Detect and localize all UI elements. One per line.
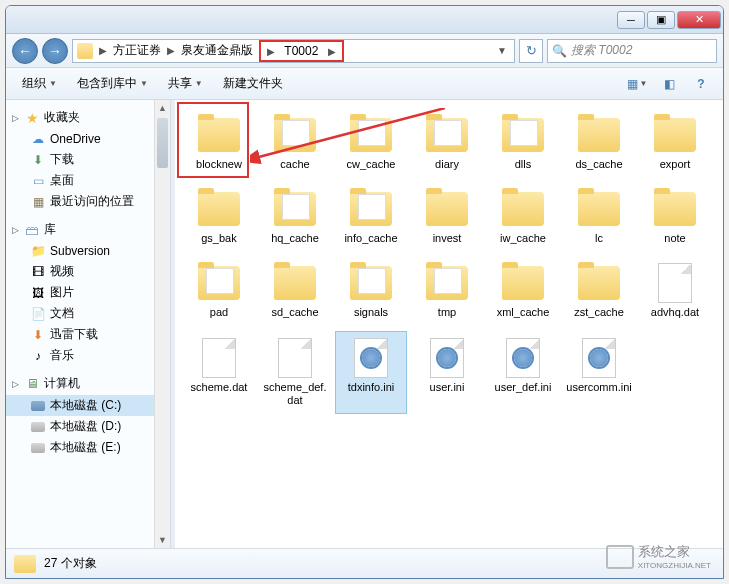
preview-pane-button[interactable]: ◧ [657,72,681,96]
view-options-button[interactable]: ▦ ▼ [625,72,649,96]
scroll-down-icon[interactable]: ▼ [155,532,170,548]
file-item[interactable]: dlls [487,108,559,178]
folder-icon [499,115,547,155]
file-icon [651,263,699,303]
folder-icon [195,115,243,155]
download-icon: ⬇ [30,327,46,343]
share-button[interactable]: 共享▼ [160,71,211,96]
organize-button[interactable]: 组织▼ [14,71,65,96]
sidebar-item-downloads[interactable]: ⬇下载 [6,149,170,170]
file-label: invest [433,232,462,245]
chevron-right-icon: ▶ [265,46,277,57]
breadcrumb-dropdown-icon[interactable]: ▼ [494,45,510,56]
include-in-library-button[interactable]: 包含到库中▼ [69,71,156,96]
scrollbar-thumb[interactable] [157,118,168,168]
file-label: scheme.dat [191,381,248,394]
drive-icon [30,398,46,414]
download-icon: ⬇ [30,152,46,168]
chevron-right-icon: ▶ [97,45,109,56]
chevron-down-icon: ▼ [49,79,57,88]
sidebar-item-pictures[interactable]: 🖼图片 [6,282,170,303]
sidebar-item-drive-c[interactable]: 本地磁盘 (C:) [6,395,170,416]
file-label: diary [435,158,459,171]
file-item[interactable]: export [639,108,711,178]
folder-icon [651,189,699,229]
file-item[interactable]: user.ini [411,331,483,414]
breadcrumb-seg-2[interactable]: 泉友通金鼎版 [177,42,257,59]
sidebar-scrollbar[interactable]: ▲ ▼ [154,100,170,548]
sidebar-item-documents[interactable]: 📄文档 [6,303,170,324]
file-item[interactable]: tmp [411,256,483,326]
new-folder-button[interactable]: 新建文件夹 [215,71,291,96]
file-item[interactable]: ds_cache [563,108,635,178]
file-item[interactable]: note [639,182,711,252]
titlebar: ─ ▣ ✕ [6,6,723,34]
close-button[interactable]: ✕ [677,11,721,29]
file-label: advhq.dat [651,306,699,319]
file-item[interactable]: advhq.dat [639,256,711,326]
file-item[interactable]: tdxinfo.ini [335,331,407,414]
sidebar-item-drive-d[interactable]: 本地磁盘 (D:) [6,416,170,437]
file-item[interactable]: signals [335,256,407,326]
refresh-button[interactable]: ↻ [519,39,543,63]
file-item[interactable]: sd_cache [259,256,331,326]
file-item[interactable]: cw_cache [335,108,407,178]
minimize-button[interactable]: ─ [617,11,645,29]
file-item[interactable]: iw_cache [487,182,559,252]
search-input[interactable]: 🔍 搜索 T0002 [547,39,717,63]
sidebar-item-onedrive[interactable]: ☁OneDrive [6,129,170,149]
file-label: info_cache [344,232,397,245]
sidebar-libraries-header[interactable]: ▷ 🗃 库 [6,218,170,241]
content-pane[interactable]: blocknewcachecw_cachediarydllsds_cacheex… [175,100,723,548]
sidebar-item-desktop[interactable]: ▭桌面 [6,170,170,191]
file-label: user.ini [430,381,465,394]
collapse-icon: ▷ [12,113,24,123]
body: ▷ ★ 收藏夹 ☁OneDrive ⬇下载 ▭桌面 ▦最近访问的位置 ▷ 🗃 库… [6,100,723,548]
explorer-window: ─ ▣ ✕ ← → ▶ 方正证券 ▶ 泉友通金鼎版 ▶ T0002 ▶ ▼ ↻ … [5,5,724,579]
drive-icon [30,419,46,435]
file-item[interactable]: lc [563,182,635,252]
file-item[interactable]: cache [259,108,331,178]
file-label: lc [595,232,603,245]
chevron-down-icon: ▼ [195,79,203,88]
folder-icon [195,263,243,303]
folder-icon [14,555,36,573]
file-item[interactable]: scheme_def.dat [259,331,331,414]
file-item[interactable]: user_def.ini [487,331,559,414]
back-button[interactable]: ← [12,38,38,64]
sidebar-item-drive-e[interactable]: 本地磁盘 (E:) [6,437,170,458]
sidebar: ▷ ★ 收藏夹 ☁OneDrive ⬇下载 ▭桌面 ▦最近访问的位置 ▷ 🗃 库… [6,100,171,548]
sidebar-item-xunlei[interactable]: ⬇迅雷下载 [6,324,170,345]
sidebar-item-recent[interactable]: ▦最近访问的位置 [6,191,170,212]
sidebar-item-videos[interactable]: 🎞视频 [6,261,170,282]
help-button[interactable]: ? [689,72,713,96]
file-item[interactable]: diary [411,108,483,178]
file-item[interactable]: hq_cache [259,182,331,252]
file-item[interactable]: usercomm.ini [563,331,635,414]
sidebar-item-subversion[interactable]: 📁Subversion [6,241,170,261]
chevron-down-icon: ▼ [140,79,148,88]
breadcrumb-seg-1[interactable]: 方正证券 [109,42,165,59]
sidebar-favorites-header[interactable]: ▷ ★ 收藏夹 [6,106,170,129]
maximize-button[interactable]: ▣ [647,11,675,29]
file-item[interactable]: pad [183,256,255,326]
breadcrumb[interactable]: ▶ 方正证券 ▶ 泉友通金鼎版 ▶ T0002 ▶ ▼ [72,39,515,63]
file-label: xml_cache [497,306,550,319]
sidebar-computer-header[interactable]: ▷ 🖥 计算机 [6,372,170,395]
file-item[interactable]: gs_bak [183,182,255,252]
forward-button[interactable]: → [42,38,68,64]
file-item[interactable]: info_cache [335,182,407,252]
file-item[interactable]: zst_cache [563,256,635,326]
file-item[interactable]: xml_cache [487,256,559,326]
music-icon: ♪ [30,348,46,364]
breadcrumb-seg-3[interactable]: T0002 [280,44,322,58]
scroll-up-icon[interactable]: ▲ [155,100,170,116]
file-label: cw_cache [347,158,396,171]
file-item[interactable]: scheme.dat [183,331,255,414]
file-icon [195,338,243,378]
file-item[interactable]: blocknew [183,108,255,178]
folder-icon [423,189,471,229]
video-icon: 🎞 [30,264,46,280]
file-item[interactable]: invest [411,182,483,252]
sidebar-item-music[interactable]: ♪音乐 [6,345,170,366]
